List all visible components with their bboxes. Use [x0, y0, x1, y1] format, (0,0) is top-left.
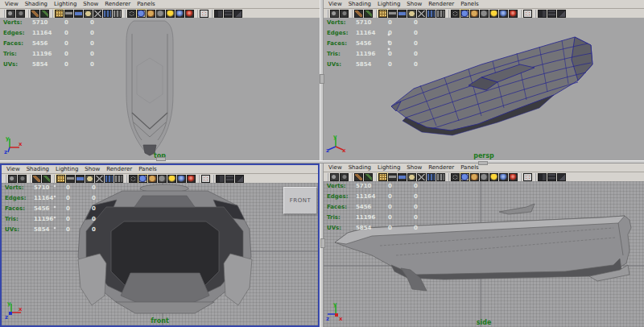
smooth-shade-display-icon[interactable] — [137, 10, 146, 18]
screen-space-ao-icon[interactable] — [187, 175, 196, 183]
camera-track-icon[interactable] — [330, 10, 339, 18]
camera-track-icon[interactable] — [6, 10, 15, 18]
shadows-icon[interactable] — [175, 10, 184, 18]
textured-display-icon[interactable] — [147, 10, 155, 18]
exposure-icon[interactable] — [235, 175, 244, 183]
horizontal-pane-separator[interactable] — [0, 160, 644, 164]
shadows-icon[interactable] — [499, 173, 508, 181]
menu-lighting[interactable]: Lighting — [378, 1, 407, 8]
isolate-select-icon[interactable] — [200, 10, 208, 18]
camera-dolly-icon[interactable] — [340, 173, 349, 181]
grease-pencil-icon[interactable] — [354, 173, 363, 181]
menu-view[interactable]: View — [6, 166, 27, 173]
menu-show[interactable]: Show — [85, 166, 106, 173]
smooth-shade-display-icon[interactable] — [460, 173, 469, 181]
field-chart-icon[interactable] — [84, 10, 93, 18]
screen-space-ao-icon[interactable] — [509, 173, 518, 181]
menu-view[interactable]: View — [328, 164, 349, 172]
viewport-front[interactable]: ViewShadingLightingShowRendererPanels — [0, 164, 320, 327]
fill-mode-icon[interactable] — [436, 10, 445, 18]
textured-display-icon[interactable] — [470, 10, 479, 18]
paint-tool-icon[interactable] — [40, 10, 49, 18]
field-chart-icon[interactable] — [407, 173, 416, 181]
wireframe-display-icon[interactable] — [451, 173, 460, 181]
default-lighting-icon[interactable] — [489, 10, 498, 18]
separator-handle[interactable] — [478, 161, 488, 165]
default-lighting-icon[interactable] — [166, 10, 175, 18]
screen-space-ao-icon[interactable] — [185, 10, 194, 18]
gate-mask-icon[interactable] — [398, 173, 407, 181]
use-all-lights-icon[interactable] — [156, 10, 165, 18]
menu-panels[interactable]: Panels — [460, 1, 485, 8]
menu-shading[interactable]: Shading — [349, 164, 378, 172]
isolate-select-icon[interactable] — [201, 175, 210, 183]
xray-display-icon[interactable] — [538, 10, 547, 18]
camera-track-icon[interactable] — [330, 173, 339, 181]
menu-shading[interactable]: Shading — [25, 1, 54, 8]
use-all-lights-icon[interactable] — [480, 10, 489, 18]
camera-dolly-icon[interactable] — [16, 10, 25, 18]
menu-shading[interactable]: Shading — [27, 166, 56, 173]
textured-display-icon[interactable] — [148, 175, 157, 183]
paint-tool-icon[interactable] — [364, 173, 373, 181]
menu-shading[interactable]: Shading — [349, 1, 378, 8]
paint-tool-icon[interactable] — [364, 10, 373, 18]
gate-mask-icon[interactable] — [398, 10, 407, 18]
textured-display-icon[interactable] — [470, 173, 479, 181]
safe-action-icon[interactable] — [93, 10, 102, 18]
film-gate-icon[interactable] — [378, 10, 387, 18]
default-lighting-icon[interactable] — [167, 175, 176, 183]
grease-pencil-icon[interactable] — [354, 10, 363, 18]
menu-renderer[interactable]: Renderer — [428, 1, 460, 8]
exposure-icon[interactable] — [233, 10, 242, 18]
separator-handle[interactable] — [156, 157, 166, 161]
resolution-gate-icon[interactable] — [66, 175, 75, 183]
wireframe-display-icon[interactable] — [129, 175, 138, 183]
paint-tool-icon[interactable] — [42, 175, 51, 183]
menu-view[interactable]: View — [328, 1, 349, 8]
safe-action-icon[interactable] — [95, 175, 104, 183]
menu-lighting[interactable]: Lighting — [54, 1, 83, 8]
viewport-top[interactable]: ViewShadingLightingShowRendererPanels Ve… — [0, 0, 320, 160]
separator-handle[interactable] — [320, 74, 324, 84]
safe-title-icon[interactable] — [103, 10, 112, 18]
xray-joints-icon[interactable] — [224, 10, 233, 18]
safe-action-icon[interactable] — [417, 10, 426, 18]
isolate-select-icon[interactable] — [523, 10, 532, 18]
grease-pencil-icon[interactable] — [31, 10, 39, 18]
camera-dolly-icon[interactable] — [340, 10, 349, 18]
grease-pencil-icon[interactable] — [32, 175, 41, 183]
resolution-gate-icon[interactable] — [388, 173, 397, 181]
resolution-gate-icon[interactable] — [64, 10, 73, 18]
viewport-persp[interactable]: ViewShadingLightingShowRendererPanels — [324, 0, 644, 160]
camera-track-icon[interactable] — [8, 175, 17, 183]
viewport-canvas-side[interactable]: Verts:571000Edges:1116400Faces:545600Tri… — [324, 181, 644, 327]
menu-show[interactable]: Show — [407, 1, 428, 8]
screen-space-ao-icon[interactable] — [509, 10, 518, 18]
exposure-icon[interactable] — [557, 173, 566, 181]
film-gate-icon[interactable] — [378, 173, 387, 181]
gate-mask-icon[interactable] — [76, 175, 85, 183]
menu-panels[interactable]: Panels — [138, 166, 163, 173]
smooth-shade-display-icon[interactable] — [460, 10, 469, 18]
menu-view[interactable]: View — [5, 1, 25, 8]
xray-display-icon[interactable] — [216, 175, 225, 183]
fill-mode-icon[interactable] — [113, 10, 122, 18]
separator-handle[interactable] — [320, 238, 325, 248]
safe-title-icon[interactable] — [427, 173, 436, 181]
safe-title-icon[interactable] — [427, 10, 436, 18]
viewport-canvas-top[interactable]: Verts:571000Edges:1116400Faces:545600Tri… — [0, 18, 320, 160]
gate-mask-icon[interactable] — [74, 10, 83, 18]
menu-lighting[interactable]: Lighting — [56, 166, 85, 173]
xray-display-icon[interactable] — [214, 10, 223, 18]
smooth-shade-display-icon[interactable] — [138, 175, 147, 183]
xray-joints-icon[interactable] — [547, 173, 556, 181]
exposure-icon[interactable] — [557, 10, 566, 18]
menu-lighting[interactable]: Lighting — [378, 164, 407, 172]
menu-show[interactable]: Show — [407, 164, 428, 172]
resolution-gate-icon[interactable] — [388, 10, 397, 18]
menu-renderer[interactable]: Renderer — [106, 166, 138, 173]
film-gate-icon[interactable] — [55, 10, 64, 18]
film-gate-icon[interactable] — [56, 175, 65, 183]
use-all-lights-icon[interactable] — [158, 175, 167, 183]
